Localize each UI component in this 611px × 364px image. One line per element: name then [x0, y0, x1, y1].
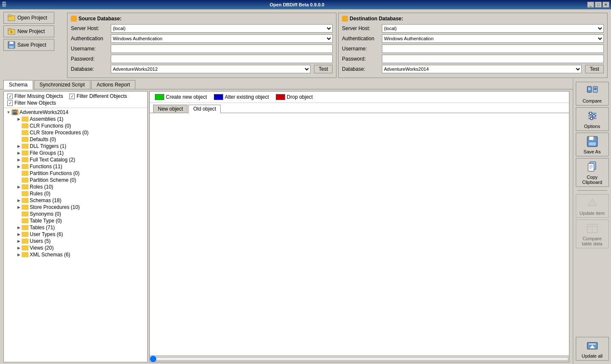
tree-expander — [16, 136, 22, 142]
tree-expander — [16, 170, 22, 176]
inner-tab-new-object[interactable]: New object — [153, 105, 188, 113]
tree-item[interactable]: ▶Functions (11) — [4, 163, 147, 170]
tree-item[interactable]: ▶Tables (71) — [4, 224, 147, 231]
tree-item[interactable]: ▶Users (5) — [4, 238, 147, 245]
tree-item[interactable]: Table Type (0) — [4, 217, 147, 224]
compare-table-data-icon — [586, 222, 599, 235]
source-server-row: Server Host: (local) — [71, 24, 333, 33]
tree-item-label: Partition Scheme (0) — [30, 177, 76, 183]
filter-different-checkbox[interactable] — [69, 94, 75, 99]
tree-item[interactable]: ▶Store Procedures (10) — [4, 204, 147, 211]
update-item-button[interactable]: Update item — [576, 194, 609, 218]
svg-point-22 — [590, 117, 593, 120]
dest-password-input[interactable] — [382, 55, 604, 63]
source-server-host-select[interactable]: (local) — [111, 24, 333, 33]
minimize-button[interactable]: _ — [587, 2, 594, 8]
legend-drop: Drop object — [276, 94, 313, 100]
source-db-title: Source Database: — [71, 16, 333, 22]
tree-folder-icon — [22, 198, 28, 203]
tree-item[interactable]: Rules (0) — [4, 190, 147, 197]
tree-area: ▼ AdventureWorks2014 ▶Assemblies (1)CLR … — [4, 108, 147, 362]
copy-clipboard-icon — [586, 160, 599, 174]
tree-folder-icon — [22, 137, 28, 142]
update-all-button[interactable]: Update all — [576, 337, 609, 361]
filter-new-checkbox[interactable] — [7, 100, 13, 106]
dest-test-button[interactable]: Test — [585, 65, 604, 73]
dest-server-row: Server Host: (local) — [342, 24, 604, 33]
tree-item-label: Table Type (0) — [30, 218, 62, 224]
tree-item-label: CLR Store Procedures (0) — [30, 130, 89, 136]
tab-synchronized-script[interactable]: Synchronized Script — [34, 80, 90, 89]
dest-server-host-select[interactable]: (local) — [382, 24, 604, 33]
compare-label: Compare — [583, 98, 602, 103]
dest-auth-select[interactable]: Windows Authentication — [382, 34, 604, 43]
source-test-button[interactable]: Test — [314, 65, 333, 73]
save-project-label: Save Project — [17, 42, 46, 48]
legend-alter-label: Alter existing object — [225, 94, 269, 100]
tree-item[interactable]: ▶XML Schemas (6) — [4, 251, 147, 258]
filter-missing-checkbox[interactable] — [7, 94, 13, 99]
title-bar: 🗄 Open DBDiff Beta 0.9.0.0 _ □ ✕ — [0, 0, 611, 9]
horizontal-scrollbar[interactable] — [150, 356, 569, 361]
tree-folder-icon — [22, 171, 28, 176]
inner-tab-old-object[interactable]: Old object — [188, 105, 221, 113]
tree-expander — [16, 211, 22, 217]
tree-item[interactable]: CLR Functions (0) — [4, 122, 147, 129]
close-button[interactable]: ✕ — [603, 2, 609, 8]
save-project-button[interactable]: Save Project — [3, 39, 54, 51]
svg-rect-25 — [589, 142, 596, 146]
tree-folder-icon — [22, 225, 28, 230]
legend-bar: Create new object Alter existing object … — [150, 92, 569, 103]
tree-item[interactable]: ▶Assemblies (1) — [4, 116, 147, 122]
tree-folder-icon — [22, 178, 28, 183]
new-project-button[interactable]: + New Project — [3, 25, 54, 37]
app-icon: 🗄 — [2, 2, 7, 8]
tree-item[interactable]: Partition Scheme (0) — [4, 177, 147, 183]
maximize-button[interactable]: □ — [595, 2, 602, 8]
tree-expander — [16, 191, 22, 197]
tree-item[interactable]: ▶Roles (10) — [4, 183, 147, 190]
tree-item-label: Partition Functions (0) — [30, 170, 79, 176]
new-project-label: New Project — [17, 28, 45, 34]
source-username-input[interactable] — [111, 44, 333, 53]
tree-expander: ▶ — [16, 231, 22, 237]
tree-item[interactable]: ▶User Types (6) — [4, 231, 147, 238]
tree-folder-icon — [22, 205, 28, 210]
compare-table-data-button[interactable]: Compare table data — [576, 220, 609, 248]
tree-item[interactable]: CLR Store Procedures (0) — [4, 129, 147, 136]
copy-clipboard-label: Copy Clipboard — [578, 175, 607, 185]
save-as-button[interactable]: Save As — [576, 133, 609, 156]
tree-item[interactable]: ▶Schemas (18) — [4, 197, 147, 204]
tree-item[interactable]: ▶Full Text Catalog (2) — [4, 156, 147, 163]
tab-actions-report[interactable]: Actions Report — [91, 80, 136, 89]
source-password-input[interactable] — [111, 55, 333, 63]
tree-item[interactable]: Defaults (0) — [4, 136, 147, 143]
tree-expander: ▶ — [16, 116, 22, 122]
tree-item[interactable]: ▶File Groups (1) — [4, 150, 147, 156]
tree-folder-icon — [22, 184, 28, 189]
dest-database-select[interactable]: AdventureWorks2014 — [382, 65, 582, 73]
copy-clipboard-button[interactable]: Copy Clipboard — [576, 158, 609, 187]
tree-root[interactable]: ▼ AdventureWorks2014 — [4, 109, 147, 116]
options-button[interactable]: Options — [576, 107, 609, 131]
source-database-select[interactable]: AdventureWorks2012 — [111, 65, 311, 73]
svg-rect-1 — [8, 15, 11, 17]
filter-different-label: Filter Different Objects — [76, 93, 127, 99]
dest-username-input[interactable] — [382, 44, 604, 53]
dest-db-icon — [342, 16, 348, 22]
source-auth-select[interactable]: Windows Authentication — [111, 34, 333, 43]
compare-button[interactable]: Compare — [576, 82, 609, 106]
open-project-button[interactable]: Open Project — [3, 12, 54, 24]
tree-expander: ▶ — [16, 164, 22, 169]
tree-item[interactable]: ▶DLL Triggers (1) — [4, 143, 147, 150]
tree-folder-icon — [22, 239, 28, 244]
legend-alter: Alter existing object — [214, 94, 269, 100]
options-icon — [586, 109, 599, 123]
new-project-icon: + — [7, 27, 16, 36]
tree-item-label: Tables (71) — [30, 225, 55, 231]
tab-schema[interactable]: Schema — [3, 80, 33, 89]
tree-item[interactable]: ▶Views (20) — [4, 245, 147, 251]
tree-item[interactable]: Partition Functions (0) — [4, 170, 147, 177]
rt-divider-1 — [577, 190, 607, 191]
tree-item[interactable]: Synonyms (0) — [4, 211, 147, 217]
